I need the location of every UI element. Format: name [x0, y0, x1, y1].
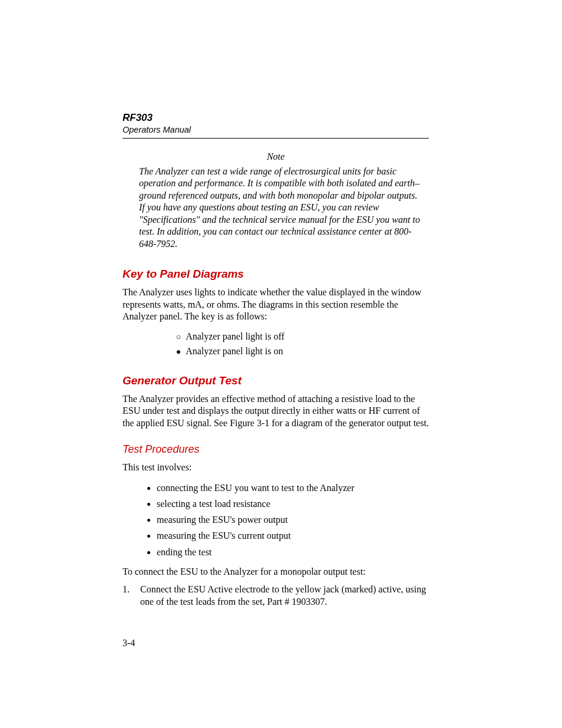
list-item: measuring the ESU's current output: [157, 528, 429, 543]
panel-key-text: Analyzer panel light is off: [186, 331, 285, 341]
step-number: 1.: [123, 584, 140, 608]
list-item: ending the test: [157, 544, 429, 560]
header-rule: [123, 138, 429, 139]
list-item: measuring the ESU's power output: [157, 512, 429, 528]
connect-steps: 1. Connect the ESU Active electrode to t…: [123, 584, 429, 608]
list-item: selecting a test load resistance: [157, 496, 429, 512]
heading-test-procedures: Test Procedures: [123, 443, 429, 456]
doc-subtitle: Operators Manual: [123, 125, 429, 134]
page: RF303 Operators Manual Note The Analyzer…: [0, 0, 562, 728]
heading-key-to-panel: Key to Panel Diagrams: [123, 268, 429, 281]
panel-key-list: ○ Analyzer panel light is off ● Analyzer…: [173, 329, 429, 359]
panel-key-item-on: ● Analyzer panel light is on: [173, 344, 429, 359]
test-procedures-bullets: connecting the ESU you want to test to t…: [157, 480, 429, 560]
heading-generator-output: Generator Output Test: [123, 374, 429, 387]
key-to-panel-body: The Analyzer uses lights to indicate whe…: [123, 286, 429, 322]
note-label: Note: [123, 151, 429, 162]
doc-model: RF303: [123, 112, 429, 124]
step-text: Connect the ESU Active electrode to the …: [140, 584, 429, 608]
light-on-icon: ●: [173, 345, 184, 358]
light-off-icon: ○: [173, 331, 184, 344]
panel-key-item-off: ○ Analyzer panel light is off: [173, 329, 429, 344]
panel-key-text: Analyzer panel light is on: [186, 346, 283, 356]
running-header: RF303 Operators Manual: [123, 112, 429, 139]
generator-output-body: The Analyzer provides an effective metho…: [123, 393, 429, 429]
note-body: The Analyzer can test a wide range of el…: [139, 166, 423, 250]
step-1: 1. Connect the ESU Active electrode to t…: [123, 584, 429, 608]
content-column: RF303 Operators Manual Note The Analyzer…: [123, 112, 429, 608]
test-procedures-intro: This test involves:: [123, 462, 429, 473]
connect-intro: To connect the ESU to the Analyzer for a…: [123, 566, 429, 578]
page-number: 3-4: [123, 638, 135, 648]
list-item: connecting the ESU you want to test to t…: [157, 480, 429, 496]
